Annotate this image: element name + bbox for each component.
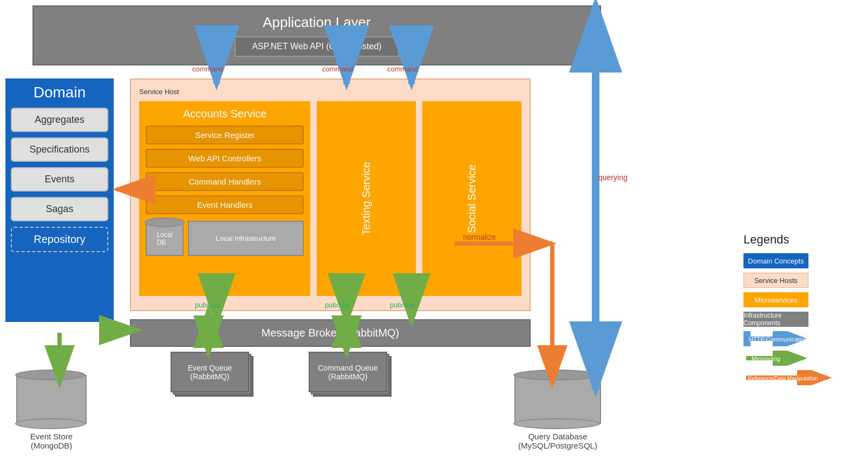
legend-http-communication: HTTP Communication <box>743 331 863 346</box>
legend-infra-components: Infrastructure Components <box>743 312 863 327</box>
legend-http-arrow-svg: HTTP Communication <box>743 331 808 346</box>
legend-infra-label: Infrastructure Components <box>743 312 808 327</box>
legend-http-arrow-container: HTTP Communication <box>743 331 808 346</box>
legends: Legends Domain Concepts Service Hosts Mi… <box>743 233 863 390</box>
legend-messaging-arrow-container: Messaging <box>743 351 808 366</box>
legend-reference-container: Reference/Data Manipulation <box>743 370 841 385</box>
command-queue-label: Command Queue(RabbitMQ) <box>318 364 378 381</box>
legend-infra-box: Infrastructure Components <box>743 312 808 327</box>
querying-label: querying <box>598 173 628 182</box>
event-queue-stack: Event Queue(RabbitMQ) <box>168 352 254 400</box>
repository-item: Repository <box>11 227 108 252</box>
legend-reference-svg: Reference/Data Manipulation <box>743 370 841 385</box>
pubsub-label-3: pub/sub <box>390 301 415 309</box>
command-queue-stack: Command Queue(RabbitMQ) <box>306 352 393 400</box>
specifications-item: Specifications <box>11 137 108 162</box>
social-service-label: Social Service <box>466 164 478 233</box>
events-item: Events <box>11 167 108 192</box>
service-host: Service Host Accounts Service Service Re… <box>130 78 531 311</box>
svg-text:Reference/Data Manipulation: Reference/Data Manipulation <box>748 376 818 381</box>
command-label-1: command <box>192 65 223 73</box>
event-handlers: Event Handlers <box>146 195 304 214</box>
texting-service-label: Texting Service <box>360 162 373 235</box>
sagas-item: Sagas <box>11 197 108 221</box>
legend-microservices-box: Microservices <box>743 292 808 307</box>
legend-messaging: Messaging <box>743 351 863 366</box>
domain-title: Domain <box>11 84 108 101</box>
legend-service-hosts: Service Hosts <box>743 273 863 288</box>
event-store-text: Event Store(MongoDB) <box>16 432 87 450</box>
pubsub-label-2: pub/sub <box>325 301 350 309</box>
event-store: Event Store(MongoDB) <box>16 375 87 450</box>
aspnet-label: ASP.NET Web API (Owin Hosted) <box>252 42 381 51</box>
app-layer-title: Application Layer <box>41 14 592 31</box>
local-db: LocalDB <box>146 221 184 256</box>
legend-reference-data: Reference/Data Manipulation <box>743 370 863 385</box>
accounts-service-box: Accounts Service Service Register Web AP… <box>139 101 310 296</box>
local-infra: LocalDB Local Infrastructure <box>146 221 304 256</box>
event-queue-label: Event Queue(RabbitMQ) <box>188 364 232 381</box>
message-broker: Message Broker (RabbitMQ) <box>130 319 531 347</box>
diagram-container: Application Layer ASP.NET Web API (Owin … <box>0 0 868 461</box>
normalize-label: normalize <box>463 233 496 241</box>
message-broker-label: Message Broker (RabbitMQ) <box>262 327 400 339</box>
query-db-text: Query Database(MySQL/PostgreSQL) <box>514 432 601 450</box>
service-register: Service Register <box>146 126 304 144</box>
texting-service-box: Texting Service <box>317 101 416 296</box>
query-database: Query Database(MySQL/PostgreSQL) <box>514 375 601 450</box>
social-service-box: Social Service <box>422 101 521 296</box>
web-api-controllers: Web API Controllers <box>146 149 304 168</box>
command-label-3: command <box>387 65 418 73</box>
legend-domain-concepts-label: Domain Concepts <box>748 257 804 265</box>
command-label-2: command <box>322 65 353 73</box>
legend-messaging-svg: Messaging <box>743 351 808 366</box>
legend-service-hosts-label: Service Hosts <box>754 276 798 285</box>
service-host-inner: Accounts Service Service Register Web AP… <box>139 101 521 296</box>
accounts-title: Accounts Service <box>146 108 304 120</box>
legend-microservices: Microservices <box>743 292 863 307</box>
svg-text:Messaging: Messaging <box>752 355 780 362</box>
legend-domain-concepts-box: Domain Concepts <box>743 253 808 268</box>
service-host-label: Service Host <box>139 88 521 96</box>
legend-domain-concepts: Domain Concepts <box>743 253 863 268</box>
legends-title: Legends <box>743 233 863 247</box>
svg-text:HTTP Communication: HTTP Communication <box>749 336 807 343</box>
aggregates-item: Aggregates <box>11 108 108 132</box>
domain-column: Domain Aggregates Specifications Events … <box>5 78 114 322</box>
legend-service-hosts-box: Service Hosts <box>743 273 808 288</box>
command-handlers: Command Handlers <box>146 172 304 191</box>
legend-microservices-label: Microservices <box>754 296 797 304</box>
aspnet-box: ASP.NET Web API (Owin Hosted) <box>234 36 399 57</box>
app-layer: Application Layer ASP.NET Web API (Owin … <box>32 5 601 65</box>
local-infrastructure: Local Infrastructure <box>188 221 304 256</box>
pubsub-label-1: pub/sub <box>195 301 220 309</box>
